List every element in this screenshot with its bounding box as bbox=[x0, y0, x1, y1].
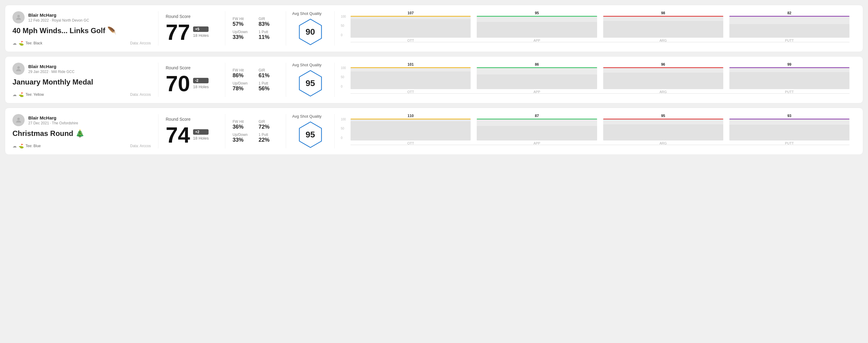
bar-value-putt: 99 bbox=[787, 62, 792, 67]
bar-value-ott: 107 bbox=[408, 11, 414, 15]
one-putt-stat-3: 1 Putt 22% bbox=[259, 132, 279, 143]
hexagon-2: 95 bbox=[297, 70, 324, 97]
tee-marker-icon-1: ⛳ bbox=[19, 41, 24, 45]
bar-value-app: 87 bbox=[535, 114, 539, 118]
bar-group-app: 95 APP bbox=[477, 11, 597, 42]
score-holes-3: 18 Holes bbox=[193, 136, 209, 141]
score-row-2: 70 -2 18 Holes bbox=[166, 73, 218, 95]
bar-value-ott: 110 bbox=[408, 114, 414, 118]
card-stats-3: FW Hit 36% GIR 72% Up/Down 33% 1 Putt 22… bbox=[225, 114, 286, 148]
stats-grid-3: FW Hit 36% GIR 72% Up/Down 33% 1 Putt 22… bbox=[232, 120, 278, 143]
weather-icon-1: ☁ bbox=[12, 41, 17, 45]
svg-point-0 bbox=[17, 15, 20, 17]
bar-value-app: 95 bbox=[535, 11, 539, 15]
data-source-3: Data: Arccos bbox=[130, 144, 151, 148]
gir-stat-3: GIR 72% bbox=[259, 120, 279, 130]
score-number-2: 70 bbox=[166, 73, 190, 95]
card-stats-2: FW Hit 86% GIR 61% Up/Down 78% 1 Putt 56… bbox=[225, 63, 286, 97]
user-name-2: Blair McHarg bbox=[28, 64, 74, 69]
bar-value-arg: 96 bbox=[661, 62, 665, 67]
one-putt-stat-1: 1 Putt 11% bbox=[259, 30, 279, 40]
card-chart-1: 100 50 0 107 OTT 95 bbox=[335, 11, 856, 45]
round-card-1: Blair McHarg 12 Feb 2022 · Royal North D… bbox=[5, 5, 863, 52]
avatar-2 bbox=[12, 63, 25, 75]
hexagon-3: 95 bbox=[297, 121, 324, 148]
quality-label-1: Avg Shot Quality bbox=[292, 11, 322, 16]
bar-value-putt: 93 bbox=[787, 114, 792, 118]
tee-label-3: Tee: Blue bbox=[26, 144, 41, 148]
score-holes-2: 18 Holes bbox=[193, 85, 209, 89]
card-score-2: Round Score 70 -2 18 Holes bbox=[158, 63, 225, 97]
card-quality-3: Avg Shot Quality 95 bbox=[286, 114, 335, 148]
score-meta-2: -2 18 Holes bbox=[193, 78, 209, 89]
card-score-1: Round Score 77 +5 18 Holes bbox=[158, 11, 225, 45]
bar-group-putt: 93 PUTT bbox=[730, 114, 849, 145]
score-number-3: 74 bbox=[166, 124, 190, 146]
bar-group-app: 87 APP bbox=[477, 114, 597, 145]
score-holes-1: 18 Holes bbox=[193, 33, 209, 38]
round-title-3: Christmas Round 🎄 bbox=[12, 129, 151, 138]
user-meta-1: 12 Feb 2022 · Royal North Devon GC bbox=[28, 18, 89, 23]
card-score-3: Round Score 74 +2 18 Holes bbox=[158, 114, 225, 148]
hex-score-3: 95 bbox=[306, 130, 315, 139]
score-row-3: 74 +2 18 Holes bbox=[166, 124, 218, 146]
bar-group-ott: 107 OTT bbox=[350, 11, 471, 42]
tee-label-1: Tee: Black bbox=[26, 41, 42, 45]
card-bottom-2: ☁ ⛳ Tee: Yellow Data: Arccos bbox=[12, 92, 151, 97]
round-title-2: January Monthly Medal bbox=[12, 78, 151, 86]
up-down-stat-1: Up/Down 33% bbox=[232, 30, 253, 40]
bar-group-ott: 101 OTT bbox=[350, 62, 471, 94]
hex-score-1: 90 bbox=[306, 27, 315, 37]
card-left-2: Blair McHarg 29 Jan 2022 · Mill Ride GCC… bbox=[12, 63, 158, 97]
user-row-1: Blair McHarg 12 Feb 2022 · Royal North D… bbox=[12, 11, 151, 23]
score-badge-2: -2 bbox=[193, 78, 209, 83]
bar-group-arg: 98 ARG bbox=[603, 11, 723, 42]
card-left-1: Blair McHarg 12 Feb 2022 · Royal North D… bbox=[12, 11, 158, 45]
stats-grid-1: FW Hit 57% GIR 83% Up/Down 33% 1 Putt 11… bbox=[232, 17, 278, 40]
card-left-3: Blair McHarg 27 Dec 2021 · The Oxfordshi… bbox=[12, 114, 158, 148]
hex-score-2: 95 bbox=[306, 79, 315, 88]
tee-marker-icon-3: ⛳ bbox=[19, 144, 24, 148]
card-bottom-3: ☁ ⛳ Tee: Blue Data: Arccos bbox=[12, 144, 151, 148]
avatar-1 bbox=[12, 11, 25, 23]
quality-label-2: Avg Shot Quality bbox=[292, 63, 322, 67]
user-row-2: Blair McHarg 29 Jan 2022 · Mill Ride GCC bbox=[12, 63, 151, 75]
score-badge-1: +5 bbox=[193, 27, 209, 32]
quality-label-3: Avg Shot Quality bbox=[292, 114, 322, 119]
fw-hit-stat-3: FW Hit 36% bbox=[232, 120, 253, 130]
card-stats-1: FW Hit 57% GIR 83% Up/Down 33% 1 Putt 11… bbox=[225, 11, 286, 45]
hexagon-1: 90 bbox=[297, 18, 324, 45]
score-label-2: Round Score bbox=[166, 65, 218, 70]
user-name-1: Blair McHarg bbox=[28, 12, 89, 18]
tee-info-2: ☁ ⛳ Tee: Yellow bbox=[12, 92, 44, 97]
score-row-1: 77 +5 18 Holes bbox=[166, 21, 218, 43]
bar-value-arg: 98 bbox=[661, 11, 665, 15]
user-row-3: Blair McHarg 27 Dec 2021 · The Oxfordshi… bbox=[12, 114, 151, 126]
round-card-3: Blair McHarg 27 Dec 2021 · The Oxfordshi… bbox=[5, 107, 863, 155]
bar-group-putt: 99 PUTT bbox=[730, 62, 849, 94]
user-meta-2: 29 Jan 2022 · Mill Ride GCC bbox=[28, 70, 74, 74]
bar-group-ott: 110 OTT bbox=[350, 114, 471, 145]
weather-icon-3: ☁ bbox=[12, 144, 17, 148]
bar-group-putt: 82 PUTT bbox=[730, 11, 849, 42]
avatar-3 bbox=[12, 114, 25, 126]
score-label-1: Round Score bbox=[166, 14, 218, 19]
card-bottom-1: ☁ ⛳ Tee: Black Data: Arccos bbox=[12, 41, 151, 45]
bar-value-putt: 82 bbox=[787, 11, 792, 15]
bar-group-arg: 96 ARG bbox=[603, 62, 723, 94]
card-chart-3: 100 50 0 110 OTT 87 bbox=[335, 114, 856, 148]
bar-value-app: 86 bbox=[535, 62, 539, 67]
tee-info-1: ☁ ⛳ Tee: Black bbox=[12, 41, 42, 45]
tee-info-3: ☁ ⛳ Tee: Blue bbox=[12, 144, 41, 148]
fw-hit-stat-2: FW Hit 86% bbox=[232, 68, 253, 79]
tee-label-2: Tee: Yellow bbox=[26, 92, 44, 97]
card-quality-1: Avg Shot Quality 90 bbox=[286, 11, 335, 45]
user-info-2: Blair McHarg 29 Jan 2022 · Mill Ride GCC bbox=[28, 64, 74, 74]
up-down-stat-3: Up/Down 33% bbox=[232, 132, 253, 143]
fw-hit-stat-1: FW Hit 57% bbox=[232, 17, 253, 27]
bar-group-arg: 95 ARG bbox=[603, 114, 723, 145]
user-name-3: Blair McHarg bbox=[28, 115, 78, 120]
card-chart-2: 100 50 0 101 OTT 86 bbox=[335, 63, 856, 97]
gir-stat-1: GIR 83% bbox=[259, 17, 279, 27]
bar-value-arg: 95 bbox=[661, 114, 665, 118]
